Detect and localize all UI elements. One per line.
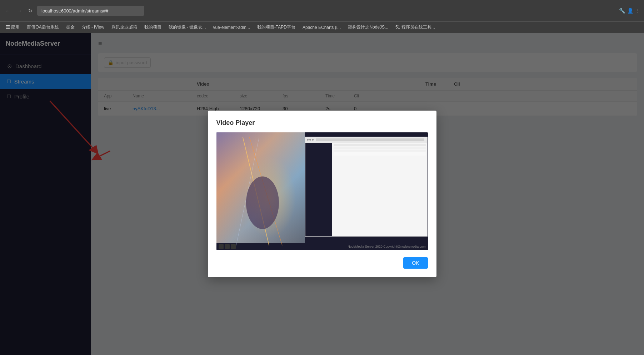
bookmark-oa[interactable]: 百佰OA后台系统	[24, 24, 61, 31]
modal-title: Video Player	[216, 119, 428, 127]
bookmark-iview[interactable]: 介绍 - iView	[79, 24, 107, 31]
modal-overlay: Video Player	[0, 33, 644, 355]
reload-button[interactable]: ↻	[26, 7, 34, 14]
address-text: localhost:6000/admin/streams##	[41, 8, 108, 14]
bookmark-vue-element[interactable]: vue-element-adm...	[210, 24, 253, 31]
ok-button[interactable]: OK	[403, 257, 428, 269]
profile-icon: 👤	[627, 8, 633, 14]
svg-point-6	[246, 177, 279, 229]
bookmark-51[interactable]: 51 程序员在线工具...	[393, 24, 438, 31]
bookmark-myproject[interactable]: 我的项目	[141, 24, 164, 31]
browser-chrome: ← → ↻ localhost:6000/admin/streams## 🔧 👤…	[0, 0, 644, 21]
video-scene-left	[216, 132, 305, 250]
bookmark-tencent[interactable]: 腾讯企业邮箱	[109, 24, 140, 31]
bookmark-mirrors[interactable]: 我的镜像 - 镜像仓...	[166, 24, 209, 31]
video-screenshot-right	[305, 137, 428, 237]
extensions-icon: 🔧	[619, 8, 625, 14]
modal-footer: OK	[216, 257, 428, 269]
bookmark-echarts[interactable]: Apache ECharts (i...	[300, 24, 344, 31]
bookmark-apps[interactable]: ☰ 应用	[3, 24, 23, 31]
video-player-area: NodeMedia Server 2020 Copyright@nodejsme…	[216, 132, 428, 250]
bookmark-nodejs[interactable]: 架构设计之NodeJS...	[345, 24, 391, 31]
back-button[interactable]: ←	[4, 7, 12, 14]
video-player-modal: Video Player	[208, 111, 436, 277]
forward-button[interactable]: →	[15, 7, 24, 14]
bookmark-tapd[interactable]: 我的项目-TAPD平台	[254, 24, 298, 31]
browser-toolbar: 🔧 👤 ⋮	[619, 8, 640, 14]
address-bar[interactable]: localhost:6000/admin/streams##	[37, 6, 144, 16]
bookmark-juejin[interactable]: 掘金	[63, 24, 78, 31]
app-layout: NodeMediaServer ⊙ Dashboard □ Streams □ …	[0, 33, 644, 355]
menu-icon: ⋮	[635, 8, 640, 14]
bookmarks-bar: ☰ 应用 百佰OA后台系统 掘金 介绍 - iView 腾讯企业邮箱 我的项目 …	[0, 21, 644, 33]
